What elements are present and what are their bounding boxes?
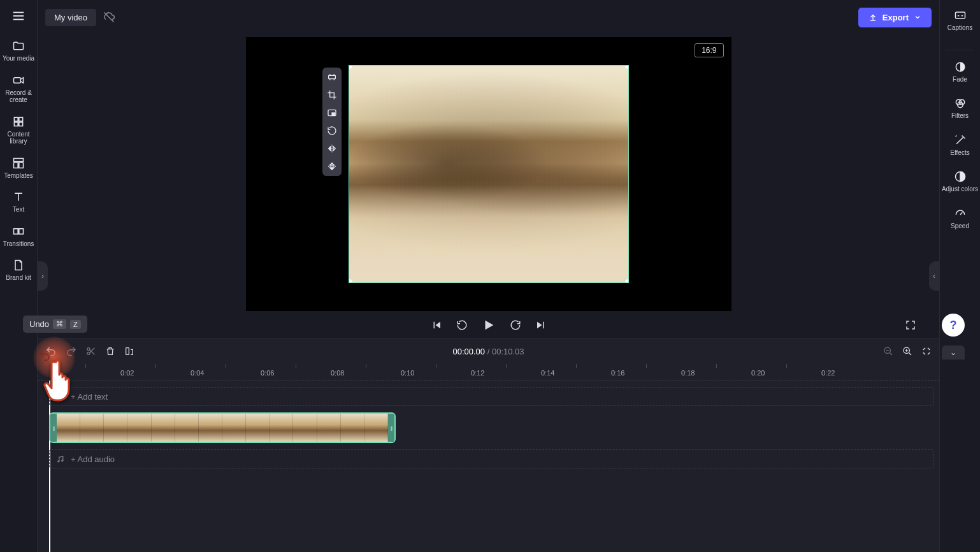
skip-end-icon[interactable] bbox=[535, 319, 547, 331]
preview-canvas[interactable]: 16:9 bbox=[246, 37, 731, 311]
help-button[interactable]: ? bbox=[942, 314, 965, 337]
sidebar-item-label: Templates bbox=[4, 172, 33, 180]
export-label: Export bbox=[883, 13, 909, 22]
transitions-icon bbox=[12, 225, 25, 238]
svg-rect-19 bbox=[126, 348, 129, 355]
resize-handle-br[interactable] bbox=[625, 279, 629, 283]
sidebar-item-label: Record & create bbox=[0, 89, 37, 104]
add-text-track[interactable]: + Add text bbox=[49, 387, 934, 406]
selected-clip-frame[interactable] bbox=[349, 65, 629, 283]
sidebar-item-label: Speed bbox=[951, 222, 969, 230]
menu-icon[interactable] bbox=[11, 9, 25, 23]
tooltip-modkey: ⌘ bbox=[53, 319, 66, 329]
effects-icon bbox=[954, 134, 967, 147]
add-audio-label: + Add audio bbox=[71, 454, 115, 464]
sidebar-item-label: Text bbox=[13, 206, 24, 214]
filters-icon bbox=[954, 97, 967, 110]
timeline: 00:00.00 / 00:10.03 0:020:040:060:080:10… bbox=[38, 338, 939, 552]
skip-start-icon[interactable] bbox=[431, 319, 442, 331]
aspect-ratio-badge[interactable]: 16:9 bbox=[695, 43, 723, 57]
undo-tooltip: Undo ⌘ Z bbox=[23, 316, 87, 333]
svg-point-22 bbox=[58, 460, 59, 461]
fade-icon bbox=[954, 61, 967, 73]
svg-rect-11 bbox=[14, 228, 18, 233]
adjust-colors-icon bbox=[954, 170, 967, 183]
svg-rect-10 bbox=[19, 163, 24, 168]
sidebar-item-label: Adjust colors bbox=[942, 185, 978, 193]
crop-icon[interactable] bbox=[326, 89, 338, 101]
clip-handle-right[interactable]: || bbox=[388, 414, 394, 442]
sidebar-item-label: Filters bbox=[951, 112, 969, 120]
sidebar-item-adjust-colors[interactable]: Adjust colors bbox=[940, 170, 980, 193]
timeline-toolbar: 00:00.00 / 00:10.03 bbox=[38, 338, 939, 364]
split-icon[interactable] bbox=[124, 346, 134, 356]
sidebar-item-label: Captions bbox=[948, 24, 972, 32]
sidebar-item-record-create[interactable]: Record & create bbox=[0, 74, 37, 104]
svg-rect-6 bbox=[14, 122, 18, 126]
sidebar-item-transitions[interactable]: Transitions bbox=[0, 225, 37, 248]
preview-region: 16:9 bbox=[38, 34, 939, 312]
right-sidebar: Captions Fade Filters Effects Adjust col… bbox=[939, 0, 980, 552]
svg-rect-9 bbox=[14, 163, 18, 168]
left-sidebar: Your media Record & create Content libra… bbox=[0, 0, 38, 552]
ruler-label: 0:20 bbox=[751, 369, 765, 377]
video-clip[interactable]: || || bbox=[49, 412, 396, 443]
resize-handle-bl[interactable] bbox=[349, 279, 352, 283]
sidebar-item-speed[interactable]: Speed bbox=[940, 207, 980, 230]
ruler-label: 0:14 bbox=[541, 369, 554, 377]
sidebar-item-filters[interactable]: Filters bbox=[940, 97, 980, 120]
fullscreen-icon[interactable] bbox=[905, 319, 916, 331]
rewind-icon[interactable] bbox=[456, 319, 468, 331]
scissors-icon[interactable] bbox=[86, 346, 96, 356]
library-icon bbox=[12, 115, 25, 128]
sidebar-item-fade[interactable]: Fade bbox=[940, 61, 980, 84]
forward-icon[interactable] bbox=[510, 319, 521, 331]
clip-thumbnails bbox=[57, 414, 388, 442]
fit-zoom-icon[interactable] bbox=[921, 346, 932, 356]
svg-rect-12 bbox=[19, 228, 24, 233]
expand-right-panel-button[interactable]: ‹ bbox=[929, 261, 939, 291]
sidebar-item-your-media[interactable]: Your media bbox=[0, 40, 37, 62]
rotate-icon[interactable] bbox=[326, 125, 338, 136]
export-button[interactable]: Export bbox=[858, 8, 932, 27]
sidebar-item-captions[interactable]: Captions bbox=[940, 9, 980, 32]
play-icon[interactable] bbox=[482, 318, 496, 332]
sidebar-item-label: Content library bbox=[0, 131, 37, 145]
sidebar-item-brand-kit[interactable]: Brand kit bbox=[0, 259, 37, 282]
ruler-label: 0:04 bbox=[191, 369, 204, 377]
sidebar-item-text[interactable]: Text bbox=[0, 191, 37, 214]
clip-handle-left[interactable]: || bbox=[50, 414, 57, 442]
svg-rect-5 bbox=[19, 117, 23, 121]
upload-icon bbox=[868, 13, 877, 22]
svg-line-13 bbox=[104, 13, 114, 22]
svg-rect-7 bbox=[19, 122, 23, 126]
main-column: My video Export 16:9 bbox=[38, 0, 939, 552]
pip-icon[interactable] bbox=[326, 107, 338, 119]
sidebar-item-templates[interactable]: Templates bbox=[0, 157, 37, 180]
sidebar-item-label: Your media bbox=[3, 55, 34, 62]
add-audio-track[interactable]: + Add audio bbox=[49, 449, 934, 468]
ruler-label: 0:08 bbox=[331, 369, 344, 377]
zoom-in-icon[interactable] bbox=[902, 346, 912, 356]
camera-icon bbox=[12, 74, 25, 87]
flip-horizontal-icon[interactable] bbox=[326, 143, 338, 154]
ruler-label: 0:18 bbox=[681, 369, 695, 377]
project-name[interactable]: My video bbox=[45, 9, 96, 26]
svg-rect-8 bbox=[14, 158, 24, 161]
trash-icon[interactable] bbox=[105, 346, 115, 356]
folder-icon bbox=[12, 40, 25, 52]
captions-icon bbox=[954, 9, 967, 22]
cursor-hand-icon bbox=[40, 356, 80, 407]
timeline-ruler[interactable]: 0:020:040:060:080:100:120:140:160:180:20… bbox=[38, 364, 939, 381]
music-icon bbox=[56, 455, 64, 463]
sidebar-item-effects[interactable]: Effects bbox=[940, 134, 980, 157]
svg-rect-4 bbox=[14, 117, 18, 121]
help-chevron-icon[interactable]: ⌄ bbox=[942, 345, 965, 360]
fit-icon[interactable] bbox=[326, 71, 338, 83]
sidebar-item-content-library[interactable]: Content library bbox=[0, 115, 37, 145]
speed-icon bbox=[954, 207, 967, 220]
svg-point-23 bbox=[62, 460, 63, 461]
flip-vertical-icon[interactable] bbox=[326, 161, 338, 172]
zoom-out-icon[interactable] bbox=[883, 346, 893, 356]
sidebar-item-label: Effects bbox=[950, 149, 969, 157]
